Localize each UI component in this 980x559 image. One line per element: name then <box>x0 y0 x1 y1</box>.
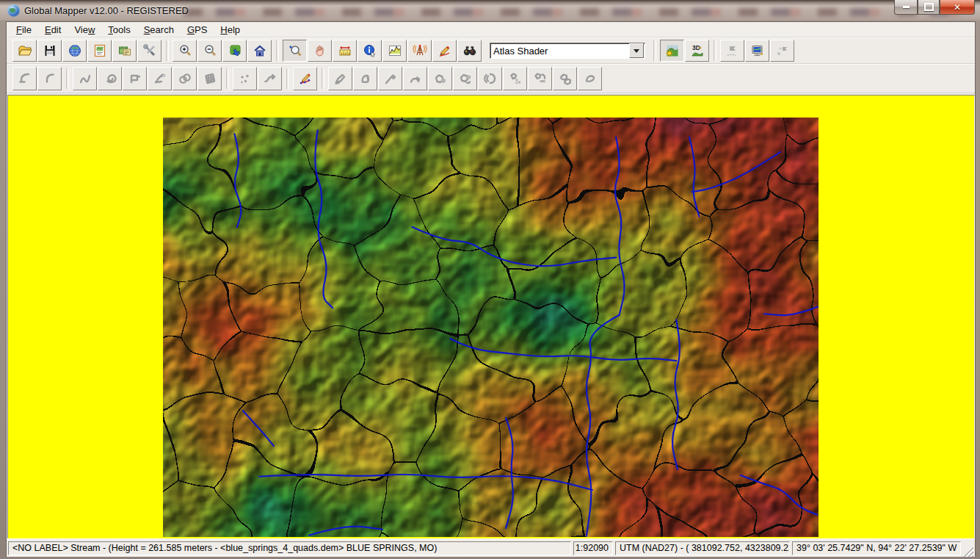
zoom-tool-button[interactable] <box>283 40 307 62</box>
digitizer-tool-button[interactable] <box>432 40 457 62</box>
ruler-icon <box>338 43 352 58</box>
close-button[interactable]: ✕ <box>940 0 975 15</box>
menu-edit[interactable]: Edit <box>38 23 68 37</box>
restore-button[interactable] <box>918 0 940 15</box>
toolbar-separator <box>66 68 69 89</box>
merge-line-features-icon <box>558 71 573 86</box>
configuration-button[interactable] <box>137 40 161 62</box>
digitizer-toolbar: 3D+ <box>7 64 975 93</box>
reshape-feature-icon <box>408 71 423 86</box>
smooth-line-feature-icon <box>583 71 598 86</box>
last-view-button[interactable] <box>247 40 272 62</box>
measure-tool-button[interactable] <box>333 40 357 62</box>
zoom-in-button[interactable] <box>173 40 197 62</box>
view-3d-button[interactable]: 3D <box>685 40 709 62</box>
menu-gps[interactable]: GPS <box>181 23 214 37</box>
create-grid-feature-button <box>197 67 222 90</box>
status-feature-message: <NO LABEL> Stream - (Height = 261.585 me… <box>8 541 571 555</box>
sun-terrain-icon <box>665 43 680 58</box>
full-view-button[interactable] <box>222 40 247 62</box>
map-view[interactable] <box>163 118 819 537</box>
smooth-line-feature-button <box>578 67 602 90</box>
edit-multiple-features-button <box>328 67 352 90</box>
tower-icon <box>413 43 427 58</box>
reshape-feature-button <box>403 67 427 90</box>
cut-area-from-area-button <box>453 67 477 90</box>
binoculars-icon <box>462 43 477 58</box>
create-line-3d-vertices-button: 3D <box>148 67 172 90</box>
magnifier-plus-icon <box>178 43 192 58</box>
minimize-icon <box>903 6 910 8</box>
toolbar-separator <box>166 40 169 61</box>
gps-display-button[interactable] <box>745 40 769 62</box>
undo-digitization-icon <box>18 71 32 86</box>
create-circle-feature-icon <box>178 71 192 86</box>
menu-help[interactable]: Help <box>214 23 247 37</box>
download-online-data-button[interactable] <box>62 40 87 62</box>
toolbar-separator <box>714 40 716 61</box>
edit-multiple-features-icon <box>333 71 348 86</box>
magnifier-minus-icon <box>203 43 217 58</box>
intersect-area-features-icon <box>483 71 498 86</box>
floppy-icon <box>43 43 57 58</box>
main-toolbar: Atlas Shader3D <box>7 37 975 64</box>
overlay-control-center-button[interactable] <box>112 40 137 62</box>
create-point-feature-icon <box>238 71 253 86</box>
hill-shading-toggle[interactable] <box>660 40 684 62</box>
resize-grip[interactable] <box>964 547 973 557</box>
move-feature-icon <box>358 71 373 86</box>
tools-icon <box>142 43 157 58</box>
create-area-feature-button <box>123 67 147 90</box>
zoom-out-button[interactable] <box>197 40 222 62</box>
menu-file[interactable]: File <box>10 23 38 37</box>
shader-combo-value: Atlas Shader <box>490 46 629 57</box>
minimize-button[interactable] <box>894 0 918 15</box>
shader-combo[interactable]: Atlas Shader <box>490 43 645 59</box>
insert-vertex-button <box>378 67 402 90</box>
create-circle-feature-button <box>173 67 197 90</box>
edit-feature-vertices-button[interactable] <box>293 67 317 90</box>
move-feature-button <box>353 67 377 90</box>
menu-tools[interactable]: Tools <box>101 23 137 37</box>
profile-chart-icon <box>388 43 402 58</box>
path-profile-tool-button[interactable] <box>382 40 407 62</box>
menu-view[interactable]: View <box>68 23 101 37</box>
status-lat-lon: 39° 03' 25.7429" N, 94° 22' 27.2539" W <box>792 541 961 555</box>
svg-text:+: + <box>541 79 543 83</box>
menu-bar: FileEditViewToolsSearchGPSHelp <box>7 22 975 37</box>
create-spline-feature-button <box>98 67 122 90</box>
chevron-down-icon <box>634 49 639 53</box>
window-controls: ✕ <box>894 0 975 15</box>
open-data-files-button[interactable] <box>87 40 112 62</box>
window-body: FileEditViewToolsSearchGPSHelp Atlas Sha… <box>6 21 976 557</box>
create-line-feature-icon <box>78 71 92 86</box>
copy-features-to-grid-button <box>503 67 527 90</box>
toolbar-separator <box>226 68 229 89</box>
info-icon <box>363 43 377 58</box>
gps-track-button <box>720 40 744 62</box>
full-extent-icon <box>228 43 242 58</box>
save-button[interactable] <box>37 40 62 62</box>
insert-vertex-icon <box>383 71 398 86</box>
pan-tool-button[interactable] <box>308 40 332 62</box>
create-point-feature-button <box>233 67 257 90</box>
menu-search[interactable]: Search <box>137 23 181 37</box>
open-file-button[interactable] <box>12 40 37 62</box>
restore-icon <box>924 3 934 11</box>
search-button[interactable] <box>457 40 482 62</box>
feature-info-tool-button[interactable] <box>357 40 382 62</box>
shader-combo-dropdown-button[interactable] <box>629 43 644 58</box>
home-icon <box>253 43 267 58</box>
map-workspace[interactable] <box>7 95 975 539</box>
status-projection-coordinates: UTM (NAD27) - ( 381092.752, 4323809.221 … <box>615 541 790 555</box>
view-shed-tool-button[interactable] <box>407 40 432 62</box>
edit-feature-vertices-icon <box>298 71 313 86</box>
merge-line-features-button <box>553 67 577 90</box>
folder-icon <box>18 43 32 58</box>
hand-icon <box>313 43 327 58</box>
combine-area-features-button <box>428 67 452 90</box>
title-bar[interactable]: Global Mapper v12.00 - REGISTERED ✕ <box>0 0 980 21</box>
gps-flag-icon <box>725 43 740 58</box>
toolbar-separator <box>286 68 289 89</box>
copy-features-to-grid-icon <box>508 71 523 86</box>
